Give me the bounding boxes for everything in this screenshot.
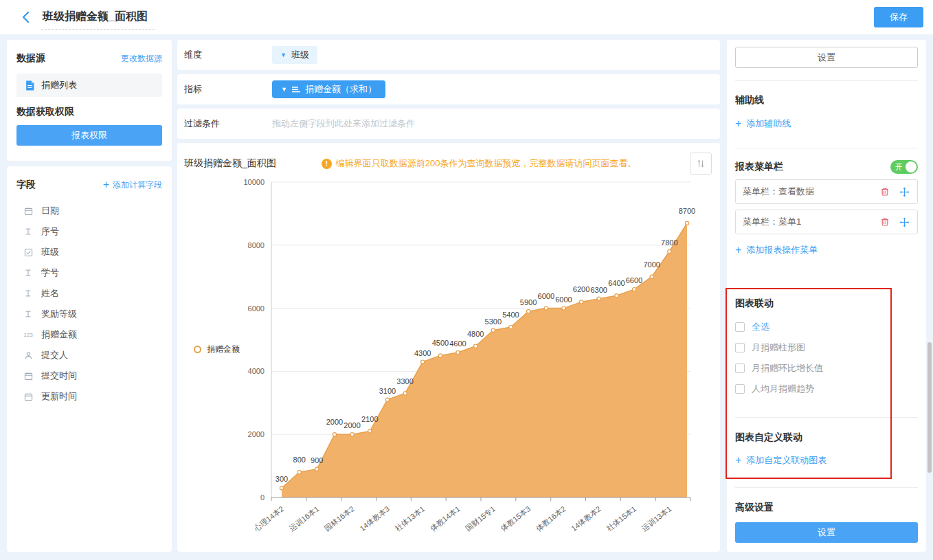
svg-text:体教16本2: 体教16本2 (534, 504, 567, 533)
sort-button[interactable] (690, 153, 712, 175)
checkbox[interactable] (735, 363, 745, 373)
report-designer-page: 班级捐赠金额_面积图 保存 数据源 更改数据源 捐赠列表 数据获取权限 报表权限… (0, 0, 933, 560)
field-item[interactable]: 提交人 (16, 345, 162, 366)
top-bar: 班级捐赠金额_面积图 保存 (0, 0, 933, 34)
svg-text:900: 900 (311, 456, 323, 464)
advanced-settings-title: 高级设置 (735, 502, 918, 514)
filter-row[interactable]: 过滤条件 拖动左侧字段到此处来添加过滤条件 (177, 109, 720, 139)
svg-text:300: 300 (276, 475, 288, 483)
svg-text:3300: 3300 (396, 377, 413, 385)
menu-bar-item[interactable]: 菜单栏：查看数据 (735, 179, 918, 204)
chevron-down-icon: ▼ (280, 52, 286, 58)
warning-text: 编辑界面只取数据源前200条作为查询数据预览，完整数据请访问页面查看。 (336, 157, 637, 170)
svg-text:8700: 8700 (679, 207, 695, 215)
field-item[interactable]: 提交时间 (16, 366, 162, 386)
advanced-settings-button[interactable]: 设置 (735, 522, 918, 543)
svg-text:运训16本1: 运训16本1 (288, 504, 321, 533)
report-permission-button[interactable]: 报表权限 (16, 125, 162, 146)
back-button[interactable] (19, 10, 34, 25)
svg-text:6300: 6300 (590, 286, 607, 294)
svg-text:8000: 8000 (248, 241, 265, 249)
svg-text:4600: 4600 (449, 339, 466, 348)
linkage-option-label: 全选 (752, 321, 769, 333)
svg-text:6600: 6600 (626, 276, 642, 284)
legend-item[interactable]: 捐赠金额 (194, 344, 240, 355)
settings-button[interactable]: 设置 (735, 47, 918, 68)
linkage-option[interactable]: 月捐赠环比增长值 (735, 358, 918, 379)
metric-row: 指标 ▼ 捐赠金额（求和） (177, 74, 720, 104)
field-item[interactable]: 姓名 (16, 283, 162, 304)
svg-text:6000: 6000 (538, 292, 554, 300)
add-custom-linkage-link[interactable]: + 添加自定义联动图表 (735, 454, 918, 467)
svg-text:运训13本1: 运训13本1 (640, 504, 673, 533)
menu-bar-title: 报表菜单栏 (735, 161, 783, 173)
field-label: 提交人 (41, 349, 68, 361)
datasource-item[interactable]: 捐赠列表 (16, 74, 162, 97)
svg-text:2000: 2000 (248, 430, 265, 438)
checkbox[interactable] (735, 384, 745, 394)
page-title[interactable]: 班级捐赠金额_面积图 (41, 10, 155, 30)
datasource-name: 捐赠列表 (41, 79, 77, 91)
svg-text:体教15本3: 体教15本3 (499, 504, 532, 533)
svg-text:6000: 6000 (555, 295, 572, 304)
svg-text:心理14本2: 心理14本2 (252, 504, 286, 533)
chevron-down-icon: ▼ (281, 86, 287, 93)
delete-icon[interactable] (879, 187, 891, 197)
move-icon[interactable] (898, 187, 910, 197)
svg-text:4800: 4800 (467, 330, 484, 338)
save-button[interactable]: 保存 (874, 7, 923, 27)
menu-bar-item[interactable]: 菜单栏：菜单1 (735, 210, 918, 234)
linkage-option[interactable]: 全选 (735, 317, 918, 337)
divider (735, 80, 918, 81)
text-icon (22, 289, 34, 298)
field-label: 捐赠金额 (41, 328, 77, 341)
add-calc-field-link[interactable]: + 添加计算字段 (103, 179, 162, 191)
change-datasource-link[interactable]: 更改数据源 (121, 53, 162, 65)
field-item[interactable]: 日期 (16, 201, 162, 221)
svg-text:体教14本1: 体教14本1 (428, 504, 462, 533)
linkage-option-label: 人均月捐赠趋势 (752, 383, 814, 395)
add-report-menu-label: 添加报表操作菜单 (746, 244, 818, 256)
field-label: 奖励等级 (41, 308, 77, 320)
menu-bar-item-label: 菜单栏：查看数据 (743, 186, 814, 198)
linkage-option-label: 月捐赠环比增长值 (752, 362, 823, 374)
field-item[interactable]: 奖励等级 (16, 304, 162, 324)
vertical-scrollbar[interactable] (928, 342, 932, 473)
add-aux-line-label: 添加辅助线 (746, 117, 791, 130)
field-item[interactable]: 学号 (16, 262, 162, 283)
checkbox[interactable] (735, 322, 745, 332)
field-item[interactable]: 更新时间 (16, 386, 162, 407)
move-icon[interactable] (898, 217, 910, 227)
add-report-menu-link[interactable]: + 添加报表操作菜单 (735, 244, 918, 256)
menu-item-list: 菜单栏：查看数据菜单栏：菜单1 (735, 179, 918, 234)
field-item[interactable]: 123捐赠金额 (16, 324, 162, 345)
text-icon (22, 227, 34, 236)
toggle-on-label: 开 (895, 162, 903, 172)
calendar-icon (22, 207, 34, 216)
delete-icon[interactable] (879, 217, 891, 227)
person-icon (22, 351, 34, 360)
series-marker-icon (194, 346, 201, 353)
legend-label: 捐赠金额 (207, 344, 240, 355)
add-custom-linkage-label: 添加自定义联动图表 (746, 454, 827, 467)
chevron-left-icon (19, 10, 34, 25)
linkage-option[interactable]: 月捐赠柱形图 (735, 337, 918, 358)
text-icon (22, 269, 34, 277)
dimension-tag[interactable]: ▼ 班级 (272, 46, 317, 64)
checkbox[interactable] (735, 343, 745, 352)
svg-text:4000: 4000 (248, 367, 265, 375)
metric-tag[interactable]: ▼ 捐赠金额（求和） (272, 80, 385, 98)
calendar-icon (22, 392, 34, 401)
add-aux-line-link[interactable]: + 添加辅助线 (735, 117, 918, 130)
plus-icon: + (735, 118, 741, 129)
field-item[interactable]: 序号 (16, 221, 162, 242)
dimension-value: 班级 (291, 49, 309, 61)
add-calc-field-label: 添加计算字段 (113, 179, 162, 191)
svg-text:2000: 2000 (344, 421, 360, 429)
menu-bar-toggle[interactable]: 开 (890, 160, 918, 174)
svg-text:800: 800 (293, 456, 306, 464)
plus-icon: + (103, 179, 109, 190)
field-item[interactable]: 班级 (16, 242, 162, 262)
linkage-option[interactable]: 人均月捐赠趋势 (735, 379, 918, 399)
permission-title: 数据获取权限 (16, 106, 162, 118)
